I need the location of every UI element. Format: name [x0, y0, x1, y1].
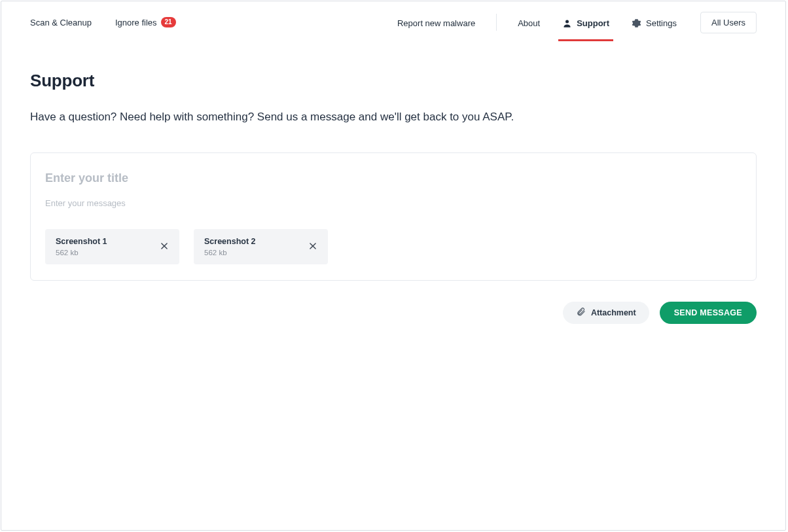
nav-about-label: About: [518, 18, 540, 28]
nav-support-label: Support: [577, 18, 609, 28]
attachment-name: Screenshot 1: [56, 237, 107, 246]
attachment-button-label: Attachment: [591, 308, 636, 317]
close-icon: [160, 241, 169, 253]
main-content: Support Have a question? Need help with …: [1, 43, 785, 324]
attachment-size: 562 kb: [56, 249, 107, 257]
paperclip-icon: [576, 307, 586, 319]
send-message-label: SEND MESSAGE: [674, 308, 742, 317]
nav-report-malware[interactable]: Report new malware: [396, 4, 476, 41]
attachment-meta: Screenshot 1 562 kb: [56, 237, 107, 257]
ignore-files-badge: 21: [161, 17, 176, 27]
nav-about[interactable]: About: [516, 4, 541, 41]
attachment-remove-button[interactable]: [157, 239, 171, 254]
gear-icon: [632, 18, 641, 28]
page-title: Support: [30, 71, 757, 91]
user-icon: [562, 18, 572, 28]
user-select-label: All Users: [711, 18, 745, 27]
nav-ignore-files-label: Ignore files: [115, 18, 157, 27]
user-select[interactable]: All Users: [700, 12, 757, 33]
nav-ignore-files[interactable]: Ignore files 21: [115, 17, 176, 27]
app-window: Scan & Cleanup Ignore files 21 Report ne…: [1, 1, 786, 531]
attachment-name: Screenshot 2: [204, 237, 256, 246]
nav-settings[interactable]: Settings: [630, 4, 678, 41]
page-subtitle: Have a question? Need help with somethin…: [30, 111, 757, 124]
attachment-meta: Screenshot 2 562 kb: [204, 237, 256, 257]
attachment-button[interactable]: Attachment: [563, 302, 649, 324]
action-row: Attachment SEND MESSAGE: [30, 302, 757, 324]
title-input[interactable]: [45, 168, 742, 193]
support-form-card: Screenshot 1 562 kb Screenshot 2 562 kb: [30, 152, 757, 281]
attachment-size: 562 kb: [204, 249, 256, 257]
attachments-list: Screenshot 1 562 kb Screenshot 2 562 kb: [45, 229, 742, 264]
top-nav: Scan & Cleanup Ignore files 21 Report ne…: [1, 1, 785, 43]
nav-scan-cleanup-label: Scan & Cleanup: [30, 18, 92, 27]
nav-report-malware-label: Report new malware: [397, 18, 475, 28]
nav-divider: [496, 14, 497, 31]
attachment-chip: Screenshot 2 562 kb: [194, 229, 328, 264]
svg-point-0: [565, 20, 569, 23]
nav-left: Scan & Cleanup Ignore files 21: [30, 17, 176, 27]
nav-support[interactable]: Support: [561, 4, 611, 41]
nav-settings-label: Settings: [646, 18, 677, 28]
nav-scan-cleanup[interactable]: Scan & Cleanup: [30, 18, 92, 27]
nav-right: Report new malware About Support Setting…: [396, 4, 757, 41]
close-icon: [308, 241, 317, 253]
send-message-button[interactable]: SEND MESSAGE: [660, 302, 757, 324]
message-input[interactable]: [45, 193, 742, 212]
attachment-remove-button[interactable]: [306, 239, 320, 254]
attachment-chip: Screenshot 1 562 kb: [45, 229, 179, 264]
